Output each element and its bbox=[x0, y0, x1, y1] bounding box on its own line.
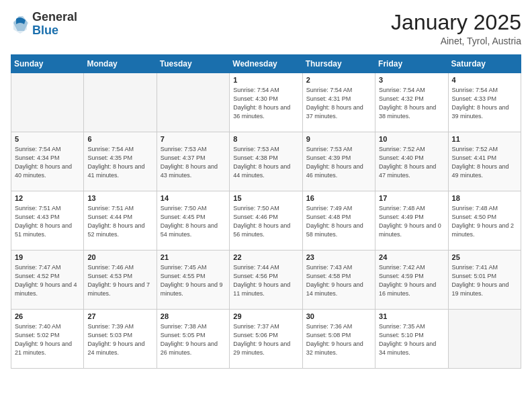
calendar-cell: 23Sunrise: 7:43 AM Sunset: 4:58 PM Dayli… bbox=[302, 250, 375, 310]
day-info: Sunrise: 7:46 AM Sunset: 4:53 PM Dayligh… bbox=[87, 263, 152, 298]
day-number: 8 bbox=[233, 135, 298, 143]
day-number: 25 bbox=[452, 253, 517, 261]
day-info: Sunrise: 7:45 AM Sunset: 4:55 PM Dayligh… bbox=[161, 263, 226, 298]
day-number: 20 bbox=[87, 253, 152, 261]
day-info: Sunrise: 7:39 AM Sunset: 5:03 PM Dayligh… bbox=[87, 322, 152, 357]
day-info: Sunrise: 7:51 AM Sunset: 4:44 PM Dayligh… bbox=[87, 204, 152, 239]
calendar-cell: 21Sunrise: 7:45 AM Sunset: 4:55 PM Dayli… bbox=[157, 250, 229, 310]
header-day: Wednesday bbox=[230, 55, 302, 73]
calendar-cell: 15Sunrise: 7:50 AM Sunset: 4:46 PM Dayli… bbox=[230, 191, 302, 250]
day-number: 7 bbox=[161, 135, 226, 143]
day-number: 27 bbox=[87, 312, 152, 320]
day-number: 15 bbox=[233, 194, 298, 202]
month-title: January 2025 bbox=[391, 11, 521, 34]
calendar-cell: 25Sunrise: 7:41 AM Sunset: 5:01 PM Dayli… bbox=[448, 250, 521, 310]
day-info: Sunrise: 7:54 AM Sunset: 4:34 PM Dayligh… bbox=[15, 145, 80, 180]
calendar-cell: 9Sunrise: 7:53 AM Sunset: 4:39 PM Daylig… bbox=[302, 132, 375, 191]
calendar-cell: 16Sunrise: 7:49 AM Sunset: 4:48 PM Dayli… bbox=[302, 191, 375, 250]
calendar-cell: 30Sunrise: 7:36 AM Sunset: 5:08 PM Dayli… bbox=[302, 310, 375, 369]
day-number: 23 bbox=[306, 253, 371, 261]
day-number: 19 bbox=[15, 253, 80, 261]
day-info: Sunrise: 7:49 AM Sunset: 4:48 PM Dayligh… bbox=[306, 204, 371, 239]
calendar-cell: 7Sunrise: 7:53 AM Sunset: 4:37 PM Daylig… bbox=[157, 132, 229, 191]
header-day: Monday bbox=[84, 55, 157, 73]
calendar-cell bbox=[84, 73, 157, 132]
calendar-week: 1Sunrise: 7:54 AM Sunset: 4:30 PM Daylig… bbox=[11, 73, 521, 132]
calendar-cell: 14Sunrise: 7:50 AM Sunset: 4:45 PM Dayli… bbox=[157, 191, 229, 250]
day-info: Sunrise: 7:53 AM Sunset: 4:37 PM Dayligh… bbox=[161, 145, 226, 180]
header-row: SundayMondayTuesdayWednesdayThursdayFrid… bbox=[11, 55, 521, 73]
calendar-cell: 12Sunrise: 7:51 AM Sunset: 4:43 PM Dayli… bbox=[11, 191, 84, 250]
day-info: Sunrise: 7:50 AM Sunset: 4:45 PM Dayligh… bbox=[161, 204, 226, 239]
calendar-cell bbox=[157, 73, 229, 132]
day-info: Sunrise: 7:36 AM Sunset: 5:08 PM Dayligh… bbox=[306, 322, 371, 357]
day-info: Sunrise: 7:40 AM Sunset: 5:02 PM Dayligh… bbox=[15, 322, 80, 357]
calendar-cell: 20Sunrise: 7:46 AM Sunset: 4:53 PM Dayli… bbox=[84, 250, 157, 310]
day-info: Sunrise: 7:37 AM Sunset: 5:06 PM Dayligh… bbox=[233, 322, 298, 357]
day-number: 29 bbox=[233, 312, 298, 320]
day-info: Sunrise: 7:54 AM Sunset: 4:30 PM Dayligh… bbox=[233, 86, 298, 121]
day-info: Sunrise: 7:42 AM Sunset: 4:59 PM Dayligh… bbox=[379, 263, 444, 298]
calendar-cell: 17Sunrise: 7:48 AM Sunset: 4:49 PM Dayli… bbox=[375, 191, 448, 250]
day-number: 11 bbox=[452, 135, 517, 143]
day-number: 26 bbox=[15, 312, 80, 320]
day-number: 10 bbox=[379, 135, 444, 143]
day-info: Sunrise: 7:54 AM Sunset: 4:33 PM Dayligh… bbox=[452, 86, 517, 121]
location: Ainet, Tyrol, Austria bbox=[391, 36, 521, 46]
calendar-cell: 29Sunrise: 7:37 AM Sunset: 5:06 PM Dayli… bbox=[230, 310, 302, 369]
day-number: 30 bbox=[306, 312, 371, 320]
calendar-cell: 2Sunrise: 7:54 AM Sunset: 4:31 PM Daylig… bbox=[302, 73, 375, 132]
day-info: Sunrise: 7:48 AM Sunset: 4:49 PM Dayligh… bbox=[379, 204, 444, 239]
calendar-cell: 19Sunrise: 7:47 AM Sunset: 4:52 PM Dayli… bbox=[11, 250, 84, 310]
day-info: Sunrise: 7:53 AM Sunset: 4:38 PM Dayligh… bbox=[233, 145, 298, 180]
calendar-week: 12Sunrise: 7:51 AM Sunset: 4:43 PM Dayli… bbox=[11, 191, 521, 250]
calendar-week: 5Sunrise: 7:54 AM Sunset: 4:34 PM Daylig… bbox=[11, 132, 521, 191]
calendar-cell: 13Sunrise: 7:51 AM Sunset: 4:44 PM Dayli… bbox=[84, 191, 157, 250]
calendar-table: SundayMondayTuesdayWednesdayThursdayFrid… bbox=[11, 54, 521, 369]
day-number: 6 bbox=[87, 135, 152, 143]
calendar-cell: 4Sunrise: 7:54 AM Sunset: 4:33 PM Daylig… bbox=[448, 73, 521, 132]
header-day: Tuesday bbox=[157, 55, 229, 73]
day-info: Sunrise: 7:51 AM Sunset: 4:43 PM Dayligh… bbox=[15, 204, 80, 239]
day-number: 3 bbox=[379, 76, 444, 84]
day-info: Sunrise: 7:53 AM Sunset: 4:39 PM Dayligh… bbox=[306, 145, 371, 180]
day-info: Sunrise: 7:44 AM Sunset: 4:56 PM Dayligh… bbox=[233, 263, 298, 298]
day-number: 14 bbox=[161, 194, 226, 202]
calendar-cell: 27Sunrise: 7:39 AM Sunset: 5:03 PM Dayli… bbox=[84, 310, 157, 369]
day-number: 13 bbox=[87, 194, 152, 202]
day-number: 9 bbox=[306, 135, 371, 143]
day-info: Sunrise: 7:38 AM Sunset: 5:05 PM Dayligh… bbox=[161, 322, 226, 357]
calendar-cell: 24Sunrise: 7:42 AM Sunset: 4:59 PM Dayli… bbox=[375, 250, 448, 310]
day-number: 17 bbox=[379, 194, 444, 202]
day-number: 31 bbox=[379, 312, 444, 320]
calendar-cell: 28Sunrise: 7:38 AM Sunset: 5:05 PM Dayli… bbox=[157, 310, 229, 369]
calendar-cell: 18Sunrise: 7:48 AM Sunset: 4:50 PM Dayli… bbox=[448, 191, 521, 250]
day-info: Sunrise: 7:50 AM Sunset: 4:46 PM Dayligh… bbox=[233, 204, 298, 239]
logo-text: General Blue bbox=[32, 11, 77, 38]
day-info: Sunrise: 7:41 AM Sunset: 5:01 PM Dayligh… bbox=[452, 263, 517, 298]
day-info: Sunrise: 7:47 AM Sunset: 4:52 PM Dayligh… bbox=[15, 263, 80, 298]
day-number: 21 bbox=[161, 253, 226, 261]
calendar-cell: 11Sunrise: 7:52 AM Sunset: 4:41 PM Dayli… bbox=[448, 132, 521, 191]
title-block: January 2025 Ainet, Tyrol, Austria bbox=[391, 11, 521, 46]
day-info: Sunrise: 7:43 AM Sunset: 4:58 PM Dayligh… bbox=[306, 263, 371, 298]
day-info: Sunrise: 7:54 AM Sunset: 4:32 PM Dayligh… bbox=[379, 86, 444, 121]
day-number: 1 bbox=[233, 76, 298, 84]
day-number: 16 bbox=[306, 194, 371, 202]
logo-icon bbox=[11, 15, 30, 34]
day-number: 2 bbox=[306, 76, 371, 84]
day-number: 22 bbox=[233, 253, 298, 261]
calendar-cell: 6Sunrise: 7:54 AM Sunset: 4:35 PM Daylig… bbox=[84, 132, 157, 191]
calendar-cell: 1Sunrise: 7:54 AM Sunset: 4:30 PM Daylig… bbox=[230, 73, 302, 132]
calendar-cell bbox=[11, 73, 84, 132]
day-info: Sunrise: 7:52 AM Sunset: 4:41 PM Dayligh… bbox=[452, 145, 517, 180]
header-day: Friday bbox=[375, 55, 448, 73]
calendar-week: 26Sunrise: 7:40 AM Sunset: 5:02 PM Dayli… bbox=[11, 310, 521, 369]
calendar-cell: 31Sunrise: 7:35 AM Sunset: 5:10 PM Dayli… bbox=[375, 310, 448, 369]
day-info: Sunrise: 7:52 AM Sunset: 4:40 PM Dayligh… bbox=[379, 145, 444, 180]
logo: General Blue bbox=[11, 11, 77, 38]
calendar-cell: 8Sunrise: 7:53 AM Sunset: 4:38 PM Daylig… bbox=[230, 132, 302, 191]
calendar-cell: 26Sunrise: 7:40 AM Sunset: 5:02 PM Dayli… bbox=[11, 310, 84, 369]
calendar-week: 19Sunrise: 7:47 AM Sunset: 4:52 PM Dayli… bbox=[11, 250, 521, 310]
day-number: 28 bbox=[161, 312, 226, 320]
